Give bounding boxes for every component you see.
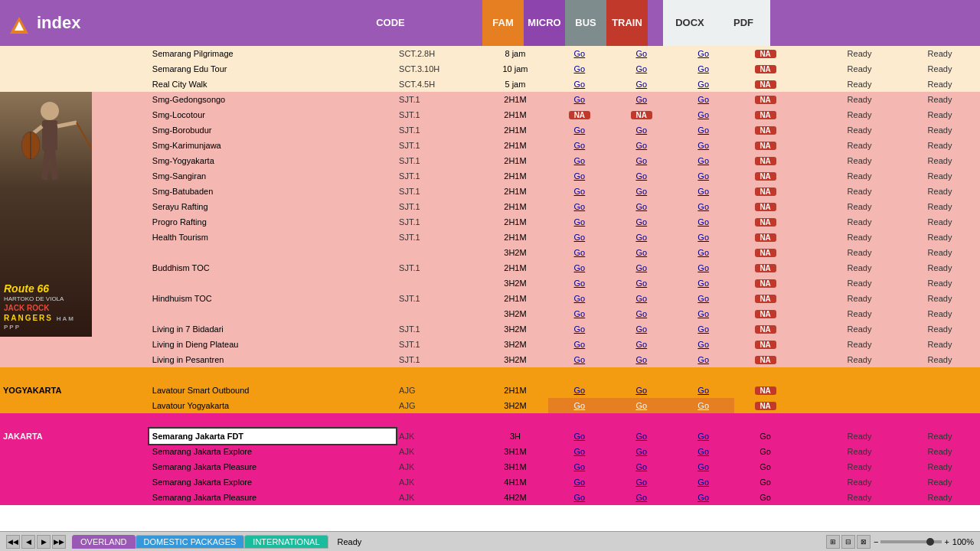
svg-line-8 bbox=[52, 151, 55, 180]
spacer-time bbox=[436, 0, 482, 46]
table-row: Living in Dieng Plateau SJT.1 3H2M Go Go… bbox=[0, 337, 980, 352]
table-row: Smg-Karimunjawa SJT.1 2H1M Go Go Go NA R… bbox=[0, 138, 980, 153]
view-buttons: ⊞ ⊟ ⊠ bbox=[826, 535, 871, 549]
zoom-thumb[interactable] bbox=[926, 538, 934, 546]
page-view-btn[interactable]: ⊟ bbox=[841, 535, 855, 549]
table-row: Semarang Pilgrimage SCT.2.8H 8 jam Go Go… bbox=[0, 46, 980, 61]
svg-point-0 bbox=[41, 102, 59, 120]
cell-bus[interactable]: Go bbox=[672, 46, 734, 61]
table-row: Smg-Borobudur SJT.1 2H1M Go Go Go NA Rea… bbox=[0, 122, 980, 138]
table-row: Lavatour Yogyakarta AJG 3H2M Go Go Go NA bbox=[0, 398, 980, 413]
zoom-level: 100% bbox=[952, 537, 974, 546]
table-row: YOGYAKARTA Lavatour Smart Outbound AJG 2… bbox=[0, 383, 980, 398]
last-sheet-btn[interactable]: ▶▶ bbox=[52, 535, 66, 549]
cell-micro[interactable]: Go bbox=[610, 46, 672, 61]
table-row: Semarang Jakarta Pleasure AJK 4H2M Go Go… bbox=[0, 490, 980, 505]
table-row: Semarang Edu Tour SCT.3.10H 10 jam Go Go… bbox=[0, 61, 980, 77]
zoom-slider[interactable]: − + bbox=[874, 537, 949, 546]
section-spacer bbox=[0, 413, 980, 429]
table-row: Real City Walk SCT.4.5H 5 jam Go Go Go N… bbox=[0, 77, 980, 92]
svg-rect-1 bbox=[42, 120, 57, 151]
col-header-pdf: PDF bbox=[717, 0, 770, 46]
table-row: 3H2M Go Go Go NA Ready Ready bbox=[0, 245, 980, 260]
col-header-bus: BUS bbox=[565, 0, 606, 46]
table-row: Smg-Gedongsongo SJT.1 2H1M Go Go Go NA R… bbox=[0, 92, 980, 107]
table-row: Health Tourism SJT.1 2H1M Go Go Go NA Re… bbox=[0, 230, 980, 245]
section-spacer bbox=[0, 367, 980, 383]
section-label-jakarta: JAKARTA bbox=[0, 429, 149, 444]
table-row: Buddhism TOC SJT.1 2H1M Go Go Go NA Read… bbox=[0, 260, 980, 276]
status-bar: ◀◀ ◀ ▶ ▶▶ OVERLAND DOMESTIC PACKAGES INT… bbox=[0, 531, 980, 551]
route66-image: Route 66 HARTOKO DE VIOLA JACK ROCK RANG… bbox=[0, 92, 92, 337]
col-header-docx: DOCX bbox=[663, 0, 717, 46]
page-break-btn[interactable]: ⊠ bbox=[857, 535, 871, 549]
table-row: Hindhuism TOC SJT.1 2H1M Go Go Go NA Rea… bbox=[0, 291, 980, 306]
photo-panel: Route 66 HARTOKO DE VIOLA JACK ROCK RANG… bbox=[0, 92, 100, 337]
section-label-yogyakarta: YOGYAKARTA bbox=[0, 383, 149, 398]
col-header-fam: FAM bbox=[482, 0, 524, 46]
cell-fam[interactable]: Go bbox=[548, 46, 610, 61]
table-row: Smg-Sangiran SJT.1 2H1M Go Go Go NA Read… bbox=[0, 168, 980, 184]
table-row: Semarang Jakarta Explore AJK 4H1M Go Go … bbox=[0, 474, 980, 490]
first-sheet-btn[interactable]: ◀◀ bbox=[6, 535, 20, 549]
table-row: Semarang Jakarta Explore AJK 3H1M Go Go … bbox=[0, 444, 980, 459]
col-header-train: TRAIN bbox=[606, 0, 648, 46]
table-row: Living in Pesantren SJT.1 3H2M Go Go Go … bbox=[0, 352, 980, 367]
band-text: RANGERS HAM PPP bbox=[4, 314, 92, 331]
table-row: Smg-Batubaden SJT.1 2H1M Go Go Go NA Rea… bbox=[0, 184, 980, 199]
tab-international[interactable]: INTERNATIONAL bbox=[244, 535, 328, 549]
table-row: 3H2M Go Go Go NA Ready Ready bbox=[0, 276, 980, 291]
svg-line-7 bbox=[44, 151, 47, 180]
tab-overland[interactable]: OVERLAND bbox=[72, 535, 136, 549]
table-row: Smg-Yogyakarta SJT.1 2H1M Go Go Go NA Re… bbox=[0, 153, 980, 168]
zoom-in-btn[interactable]: + bbox=[944, 537, 949, 546]
table-row: 3H2M Go Go Go NA Ready Ready bbox=[0, 306, 980, 321]
next-sheet-btn[interactable]: ▶ bbox=[37, 535, 51, 549]
title-text: index bbox=[37, 13, 80, 33]
table-row: Progro Rafting SJT.1 2H1M Go Go Go NA Re… bbox=[0, 214, 980, 230]
svg-line-6 bbox=[77, 122, 92, 149]
sheet-nav-arrows[interactable]: ◀◀ ◀ ▶ ▶▶ bbox=[6, 535, 66, 549]
zoom-out-btn[interactable]: − bbox=[874, 537, 878, 546]
app-title: index bbox=[8, 12, 80, 34]
data-table-container: Semarang Pilgrimage SCT.2.8H 8 jam Go Go… bbox=[0, 46, 980, 531]
table-row: Serayu Rafting SJT.1 2H1M Go Go Go NA Re… bbox=[0, 199, 980, 214]
table-row: JAKARTA Semarang Jakarta FDT AJK 3H Go G… bbox=[0, 429, 980, 444]
col-header-code: CODE bbox=[345, 0, 436, 46]
app-header: index CODE FAM MICRO BUS TRAIN DOCX PDF bbox=[0, 0, 980, 46]
sheet-tabs: OVERLAND DOMESTIC PACKAGES INTERNATIONAL bbox=[72, 535, 328, 549]
data-table: Semarang Pilgrimage SCT.2.8H 8 jam Go Go… bbox=[0, 46, 980, 505]
svg-line-3 bbox=[57, 122, 77, 126]
app-wrapper: index CODE FAM MICRO BUS TRAIN DOCX PDF bbox=[0, 0, 980, 551]
status-ready: Ready bbox=[338, 537, 362, 546]
table-row: Living in 7 Bidadari SJT.1 3H2M Go Go Go… bbox=[0, 321, 980, 337]
normal-view-btn[interactable]: ⊞ bbox=[826, 535, 840, 549]
artist-text: HARTOKO DE VIOLA JACK ROCK bbox=[4, 295, 64, 314]
tab-domestic[interactable]: DOMESTIC PACKAGES bbox=[136, 535, 245, 549]
table-row: Smg-Locotour SJT.1 2H1M NA NA Go NA Read… bbox=[0, 107, 980, 122]
section-label-sct bbox=[0, 46, 149, 61]
prev-sheet-btn[interactable]: ◀ bbox=[21, 535, 35, 549]
selected-cell[interactable]: Semarang Jakarta FDT bbox=[149, 429, 396, 444]
route-text: Route 66 bbox=[4, 282, 49, 295]
content-area: Route 66 HARTOKO DE VIOLA JACK ROCK RANG… bbox=[0, 46, 980, 531]
row-name: Semarang Pilgrimage bbox=[149, 46, 396, 61]
person-violin-svg bbox=[8, 96, 92, 249]
zoom-controls: ⊞ ⊟ ⊠ − + 100% bbox=[826, 535, 974, 549]
table-row: Semarang Jakarta Pleasure AJK 3H1M Go Go… bbox=[0, 459, 980, 474]
col-header-micro: MICRO bbox=[524, 0, 565, 46]
